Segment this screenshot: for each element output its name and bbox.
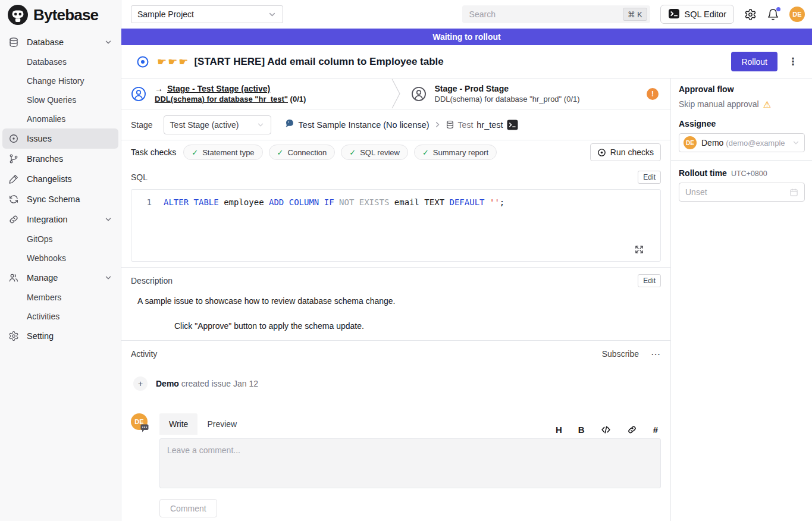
sql-token <box>485 197 490 207</box>
sql-token: '' <box>490 197 500 207</box>
notifications-button[interactable] <box>767 8 779 21</box>
environment-label: Test <box>458 120 474 130</box>
terminal-icon <box>668 8 680 21</box>
arrow-right-icon: → <box>155 83 163 94</box>
chevron-down-icon <box>104 274 112 282</box>
link-icon[interactable] <box>627 425 637 435</box>
issue-menu-kebab[interactable]: ⋮ <box>787 55 799 68</box>
status-banner: Waiting to rollout <box>121 29 812 45</box>
hash-icon[interactable]: # <box>653 425 658 435</box>
composer-main: WritePreview HB# Comment <box>159 413 661 517</box>
sidebar-item-changelists[interactable]: Changelists <box>2 169 118 189</box>
bold-icon[interactable]: B <box>578 425 585 435</box>
expand-icon[interactable] <box>635 245 644 254</box>
sidebar-item-database[interactable]: Database <box>2 32 118 52</box>
check-icon: ✓ <box>349 148 356 157</box>
activity-action: created issue Jan 12 <box>179 379 258 388</box>
rollout-time-input[interactable]: Unset <box>679 183 805 202</box>
brand-logo[interactable]: Bytebase <box>0 0 121 29</box>
sidebar-item-sync-schema[interactable]: Sync Schema <box>2 189 118 209</box>
search-box: ⌘ K <box>462 5 650 23</box>
user-avatar[interactable]: DE <box>789 7 805 22</box>
stage-cards: → Stage - Test Stage (active) DDL(schema… <box>121 79 670 109</box>
check-pill-sql-review[interactable]: ✓SQL review <box>341 145 408 160</box>
sidebar-item-integration[interactable]: Integration <box>2 209 118 230</box>
assignee-select[interactable]: DE Demo (demo@example <box>679 133 805 152</box>
heading-icon[interactable]: H <box>556 425 562 435</box>
notification-dot <box>776 7 780 11</box>
sidebar-item-databases[interactable]: Databases <box>2 52 118 71</box>
stage-separator-chevron <box>391 79 402 109</box>
sidebar-item-slow-queries[interactable]: Slow Queries <box>2 90 118 109</box>
activity-menu-icon[interactable]: ⋯ <box>651 349 661 360</box>
project-select[interactable]: Sample Project <box>131 5 283 23</box>
sidebar-item-setting[interactable]: Setting <box>2 326 118 346</box>
sql-editor[interactable]: 1 ALTER TABLE employee ADD COLUMN IF NOT… <box>131 189 661 262</box>
sidebar-item-members[interactable]: Members <box>2 288 118 307</box>
project-select-value: Sample Project <box>137 10 194 19</box>
settings-gear-button[interactable] <box>744 8 757 21</box>
sidebar-item-label: Database <box>27 37 64 47</box>
manage-icon <box>8 272 19 283</box>
run-checks-button[interactable]: Run checks <box>590 143 661 161</box>
instance-link[interactable]: Test Sample Instance (No license) <box>299 120 429 130</box>
person-circle-icon <box>411 86 427 102</box>
person-circle-icon <box>131 86 146 102</box>
bytebase-logo-icon <box>7 4 29 26</box>
activity-user: Demo <box>156 379 179 388</box>
search-input[interactable] <box>462 5 650 23</box>
sidebar-item-activities[interactable]: Activities <box>2 307 118 326</box>
comment-input[interactable] <box>159 438 661 488</box>
sidebar-nav: DatabaseDatabasesChange HistorySlow Quer… <box>0 29 121 346</box>
check-pill-statement-type[interactable]: ✓Statement type <box>183 145 262 160</box>
sidebar-item-label: Manage <box>27 273 58 283</box>
right-panel: Approval flow Skip manual approval ⚠ Ass… <box>671 79 812 521</box>
sidebar-item-manage[interactable]: Manage <box>2 268 118 288</box>
sidebar-item-issues[interactable]: Issues <box>2 128 118 149</box>
sidebar-item-anomalies[interactable]: Anomalies <box>2 109 118 128</box>
sidebar-item-change-history[interactable]: Change History <box>2 71 118 90</box>
stage-select-value: Test Stage (active) <box>170 120 239 130</box>
tab-preview[interactable]: Preview <box>197 413 246 435</box>
main-wrap: Sample Project ⌘ K SQL Editor <box>121 0 812 521</box>
chevron-down-icon <box>256 121 265 129</box>
open-sql-editor-icon[interactable] <box>507 120 518 130</box>
stage-card-test[interactable]: → Stage - Test Stage (active) DDL(schema… <box>121 79 391 109</box>
database-breadcrumb: Test Sample Instance (No license) Test h… <box>284 118 518 131</box>
plus-icon: + <box>133 376 148 391</box>
sidebar-item-label: Anomalies <box>27 114 65 124</box>
stage-title: Stage - Prod Stage <box>435 83 509 94</box>
sidebar-item-gitops[interactable]: GitOps <box>2 230 118 249</box>
warning-badge: ! <box>647 88 659 100</box>
calendar-icon <box>789 188 798 197</box>
check-icon: ✓ <box>192 148 198 157</box>
chevron-down-icon <box>792 139 800 147</box>
rollout-button[interactable]: Rollout <box>731 52 777 71</box>
sql-editor-button[interactable]: SQL Editor <box>660 5 734 24</box>
check-pill-summary-report[interactable]: ✓Summary report <box>414 145 497 160</box>
stage-count: (0/1) <box>288 95 306 103</box>
setting-icon <box>8 331 19 341</box>
sidebar-item-label: Slow Queries <box>27 95 76 105</box>
tab-write[interactable]: Write <box>159 413 197 435</box>
stage-card-prod[interactable]: Stage - Prod Stage DDL(schema) for datab… <box>402 79 671 109</box>
sidebar-item-branches[interactable]: Branches <box>2 149 118 169</box>
code-icon[interactable] <box>601 425 611 435</box>
stage-select[interactable]: Test Stage (active) <box>164 115 271 134</box>
sql-edit-button[interactable]: Edit <box>638 171 661 184</box>
subscribe-button[interactable]: Subscribe <box>602 349 639 359</box>
database-link[interactable]: hr_test <box>476 120 503 130</box>
stage-card-text: Stage - Prod Stage DDL(schema) for datab… <box>435 83 580 104</box>
description-edit-button[interactable]: Edit <box>638 274 661 287</box>
stage-select-row: Stage Test Stage (active) Test Sample In… <box>121 109 670 140</box>
task-checks-label: Task checks <box>131 147 176 157</box>
chevron-down-icon <box>268 10 277 19</box>
comment-submit-button[interactable]: Comment <box>159 499 217 517</box>
sidebar-item-label: Issues <box>27 134 52 143</box>
sql-token: ; <box>500 197 504 207</box>
check-pill-connection[interactable]: ✓Connection <box>269 145 336 160</box>
gear-icon <box>744 8 757 21</box>
composer-tools: HB# <box>556 425 661 435</box>
sidebar-item-webhooks[interactable]: Webhooks <box>2 249 118 268</box>
line-number: 1 <box>131 197 152 208</box>
